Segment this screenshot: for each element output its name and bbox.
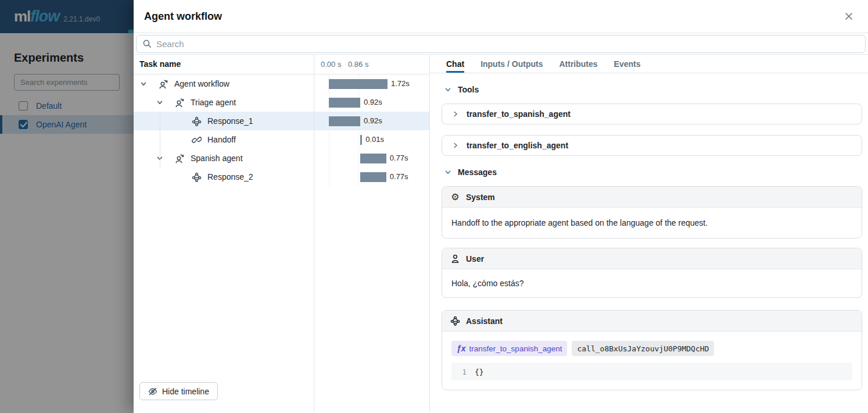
line-number: 1 bbox=[451, 368, 467, 376]
tab-attributes[interactable]: Attributes bbox=[559, 55, 597, 73]
link-icon bbox=[192, 135, 202, 145]
agent-icon bbox=[174, 154, 184, 163]
graph-icon bbox=[450, 316, 460, 326]
span-row-response-1[interactable]: Response_1 0.92s bbox=[134, 112, 429, 130]
span-row-triage-agent[interactable]: Triage agent 0.92s bbox=[134, 93, 429, 112]
experiment-item-openai-agent[interactable]: OpenAI Agent bbox=[0, 115, 134, 134]
graph-icon bbox=[192, 116, 202, 126]
hide-timeline-button[interactable]: Hide timeline bbox=[139, 382, 218, 400]
chevron-down-icon bbox=[444, 86, 452, 94]
message-card-system: ⚙ System Handoff to the appropriate agen… bbox=[442, 186, 862, 238]
trace-search-box[interactable] bbox=[136, 35, 866, 53]
call-id-chip: call_o8BxUsJaYzouvjU0P9MDQcHD bbox=[572, 341, 714, 356]
search-icon bbox=[142, 39, 152, 48]
chevron-down-icon[interactable] bbox=[156, 154, 164, 162]
duration-bar bbox=[360, 172, 386, 182]
arguments-code-block: 1 {} bbox=[451, 363, 852, 380]
experiment-item-default[interactable]: Default bbox=[0, 97, 134, 115]
checkbox[interactable] bbox=[19, 120, 28, 129]
duration-bar bbox=[360, 154, 386, 163]
trace-modal: Agent workflow Task name 0.00 s 0.86 s bbox=[134, 0, 868, 413]
code-content: {} bbox=[475, 368, 484, 376]
trace-search-input[interactable] bbox=[156, 39, 859, 49]
close-icon[interactable] bbox=[841, 9, 856, 24]
span-row-response-2[interactable]: Response_2 0.77s bbox=[134, 168, 429, 186]
trace-search-row bbox=[134, 33, 868, 55]
span-row-agent-workflow[interactable]: Agent workflow 1.72s bbox=[134, 74, 429, 93]
top-navbar: mlflow 2.21.1.dev0 bbox=[0, 0, 134, 33]
agent-icon bbox=[158, 79, 168, 89]
eye-off-icon bbox=[148, 387, 157, 396]
checkbox[interactable] bbox=[19, 101, 28, 111]
messages-section-header[interactable]: Messages bbox=[444, 168, 862, 177]
tool-transfer-to-english-agent[interactable]: transfer_to_english_agent bbox=[442, 135, 862, 156]
function-call-chip[interactable]: ƒx transfer_to_spanish_agent bbox=[451, 341, 567, 356]
modal-title: Agent workflow bbox=[144, 10, 222, 23]
background-page: mlflow 2.21.1.dev0 Experiments Default O… bbox=[0, 0, 134, 413]
experiments-search-input[interactable] bbox=[14, 74, 120, 91]
span-details-pane: Chat Inputs / Outputs Attributes Events … bbox=[430, 55, 868, 413]
user-icon bbox=[450, 254, 460, 264]
graph-icon bbox=[192, 172, 202, 182]
chat-tab-content: Tools transfer_to_spanish_agent transfer… bbox=[430, 73, 868, 413]
active-nav-underline bbox=[128, 30, 134, 33]
modal-header: Agent workflow bbox=[134, 0, 868, 33]
tab-events[interactable]: Events bbox=[614, 55, 641, 73]
details-tabs: Chat Inputs / Outputs Attributes Events bbox=[430, 55, 868, 73]
tool-transfer-to-spanish-agent[interactable]: transfer_to_spanish_agent bbox=[442, 104, 862, 124]
tab-chat[interactable]: Chat bbox=[446, 55, 464, 73]
app-root: mlflow 2.21.1.dev0 Experiments Default O… bbox=[0, 0, 868, 413]
span-row-spanish-agent[interactable]: Spanish agent 0.77s bbox=[134, 149, 429, 168]
duration-bar bbox=[329, 79, 388, 89]
chevron-right-icon bbox=[451, 141, 460, 149]
message-card-user: User Hola, ¿cómo estás? bbox=[442, 248, 862, 298]
tree-header: Task name 0.00 s 0.86 s bbox=[134, 55, 429, 74]
mlflow-logo: ml bbox=[14, 8, 30, 26]
duration-bar bbox=[360, 135, 362, 145]
chevron-down-icon[interactable] bbox=[156, 98, 164, 106]
mlflow-version: 2.21.1.dev0 bbox=[63, 15, 100, 23]
experiments-search[interactable] bbox=[14, 74, 122, 91]
chevron-right-icon bbox=[451, 110, 460, 118]
gear-icon: ⚙ bbox=[450, 192, 460, 202]
function-icon: ƒx bbox=[457, 344, 466, 353]
tools-section-header[interactable]: Tools bbox=[444, 85, 862, 94]
span-tree-pane: Task name 0.00 s 0.86 s Agent workflow bbox=[134, 55, 430, 413]
tab-inputs-outputs[interactable]: Inputs / Outputs bbox=[480, 55, 543, 73]
axis-tick-0: 0.00 s bbox=[321, 60, 341, 69]
task-name-header: Task name bbox=[139, 59, 181, 69]
user-message-text: Hola, ¿cómo estás? bbox=[442, 269, 862, 297]
chevron-down-icon bbox=[444, 168, 452, 176]
agent-icon bbox=[174, 98, 184, 108]
duration-bar bbox=[329, 98, 360, 108]
span-row-handoff[interactable]: Handoff 0.01s bbox=[134, 130, 429, 149]
duration-bar bbox=[329, 116, 360, 126]
page-title: Experiments bbox=[0, 33, 134, 65]
chevron-down-icon[interactable] bbox=[139, 80, 148, 88]
system-message-text: Handoff to the appropriate agent based o… bbox=[442, 208, 862, 238]
message-card-assistant: Assistant ƒx transfer_to_spanish_agent c… bbox=[442, 310, 862, 390]
axis-tick-1: 0.86 s bbox=[348, 60, 368, 69]
